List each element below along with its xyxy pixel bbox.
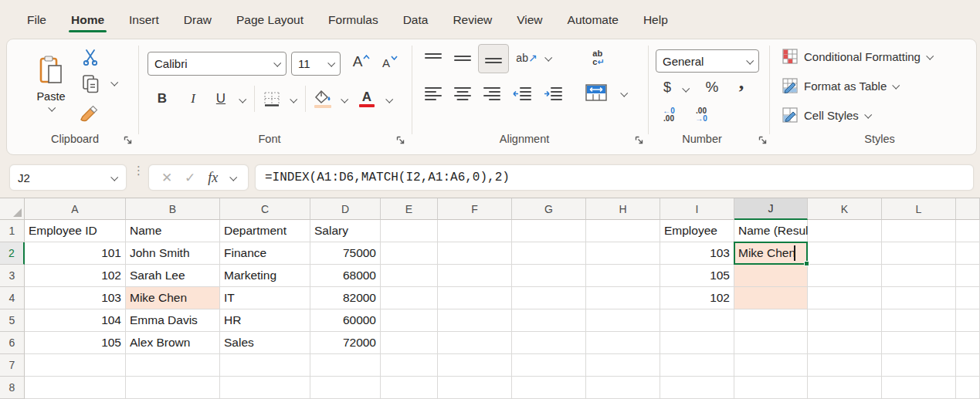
cell-F3[interactable] xyxy=(438,265,512,287)
cell-B6[interactable]: Alex Brown xyxy=(126,332,220,354)
row-header-5[interactable]: 5 xyxy=(0,309,25,332)
cell-F1[interactable] xyxy=(438,220,512,242)
merge-center-button[interactable] xyxy=(582,81,611,104)
cell-J6[interactable] xyxy=(734,332,808,354)
cell-J7[interactable] xyxy=(734,354,808,377)
cell-E5[interactable] xyxy=(381,309,438,332)
cell-D5[interactable]: 60000 xyxy=(310,309,381,332)
cell-A3[interactable]: 102 xyxy=(25,265,126,287)
cell-J4[interactable] xyxy=(734,287,808,309)
cell-H3[interactable] xyxy=(586,265,660,287)
tab-home[interactable]: Home xyxy=(61,8,114,30)
tab-formulas[interactable]: Formulas xyxy=(318,8,388,30)
cell-styles-button[interactable]: Cell Styles xyxy=(782,107,870,123)
accounting-dropdown-button[interactable] xyxy=(679,83,691,95)
font-dialog-launcher[interactable] xyxy=(395,134,406,145)
underline-button[interactable]: U xyxy=(211,87,231,110)
row-header-3[interactable]: 3 xyxy=(0,265,25,287)
cell-B7[interactable] xyxy=(126,354,220,377)
cell-A1[interactable]: Employee ID xyxy=(25,220,126,242)
cell-L2[interactable] xyxy=(882,242,956,265)
conditional-formatting-button[interactable]: Conditional Formatting xyxy=(782,49,932,64)
cell-partial-1[interactable] xyxy=(956,220,980,242)
cell-partial-4[interactable] xyxy=(956,287,980,309)
row-header-1[interactable]: 1 xyxy=(0,220,25,242)
cell-H4[interactable] xyxy=(586,287,660,309)
fill-color-button[interactable] xyxy=(311,86,334,112)
formula-bar-drag-handle[interactable]: ⋮ xyxy=(133,167,144,174)
comma-style-button[interactable]: , xyxy=(733,72,750,93)
increase-indent-button[interactable] xyxy=(540,83,566,104)
cell-L8[interactable] xyxy=(882,377,956,399)
tab-insert[interactable]: Insert xyxy=(119,8,169,30)
cell-B2[interactable]: John Smith xyxy=(126,242,220,265)
cell-C6[interactable]: Sales xyxy=(220,332,310,354)
cell-D7[interactable] xyxy=(310,354,381,377)
cell-J1[interactable]: Name (Result) xyxy=(734,220,808,242)
column-header-E[interactable]: E xyxy=(381,198,438,220)
font-color-button[interactable]: A xyxy=(356,86,378,112)
top-align-button[interactable] xyxy=(421,49,446,69)
cancel-button[interactable]: ✕ xyxy=(161,170,172,186)
cell-G7[interactable] xyxy=(512,354,586,377)
cell-H7[interactable] xyxy=(586,354,660,377)
borders-button[interactable] xyxy=(260,87,283,110)
cell-C7[interactable] xyxy=(220,354,310,377)
cell-E7[interactable] xyxy=(381,354,438,377)
cell-L5[interactable] xyxy=(882,309,956,332)
cell-partial-5[interactable] xyxy=(956,309,980,332)
format-painter-button[interactable] xyxy=(76,103,104,124)
cell-G4[interactable] xyxy=(512,287,586,309)
column-header-L[interactable]: L xyxy=(882,198,956,220)
copy-dropdown-button[interactable] xyxy=(107,76,120,89)
cell-F2[interactable] xyxy=(438,242,512,265)
column-header-C[interactable]: C xyxy=(220,198,310,220)
middle-align-button[interactable] xyxy=(450,49,475,69)
tab-data[interactable]: Data xyxy=(393,8,439,30)
cell-L1[interactable] xyxy=(882,220,956,242)
borders-dropdown-button[interactable] xyxy=(287,93,299,106)
cell-E8[interactable] xyxy=(381,377,438,399)
cell-F8[interactable] xyxy=(438,377,512,399)
cell-I8[interactable] xyxy=(660,377,734,399)
cell-E3[interactable] xyxy=(381,265,438,287)
paste-button[interactable]: Paste xyxy=(29,46,73,121)
cell-K2[interactable] xyxy=(808,242,882,265)
tab-view[interactable]: View xyxy=(507,8,552,30)
column-header-B[interactable]: B xyxy=(126,198,220,220)
cell-J8[interactable] xyxy=(734,377,808,399)
cell-J2[interactable]: Mike Chen xyxy=(734,242,808,265)
row-header-4[interactable]: 4 xyxy=(0,287,25,309)
cell-D8[interactable] xyxy=(310,377,381,399)
name-box[interactable]: J2 xyxy=(9,164,127,191)
cell-L7[interactable] xyxy=(882,354,956,377)
cell-I7[interactable] xyxy=(660,354,734,377)
cell-F6[interactable] xyxy=(438,332,512,354)
cell-B1[interactable]: Name xyxy=(126,220,220,242)
cell-partial-7[interactable] xyxy=(956,354,980,377)
cell-D6[interactable]: 72000 xyxy=(310,332,381,354)
cell-F7[interactable] xyxy=(438,354,512,377)
tab-file[interactable]: File xyxy=(17,8,56,30)
accounting-format-button[interactable]: $ xyxy=(659,76,676,98)
cell-I6[interactable] xyxy=(660,332,734,354)
cell-H1[interactable] xyxy=(586,220,660,242)
cell-E1[interactable] xyxy=(381,220,438,242)
bold-button[interactable]: B xyxy=(152,87,172,110)
font-size-select[interactable]: 11 xyxy=(291,52,341,76)
column-header-F[interactable]: F xyxy=(438,198,512,220)
cell-G1[interactable] xyxy=(512,220,586,242)
cell-J5[interactable] xyxy=(734,309,808,332)
cell-K1[interactable] xyxy=(808,220,882,242)
cell-I1[interactable]: Employee xyxy=(660,220,734,242)
cell-B4[interactable]: Mike Chen xyxy=(126,287,220,309)
cell-F5[interactable] xyxy=(438,309,512,332)
cell-D3[interactable]: 68000 xyxy=(310,265,381,287)
cell-G2[interactable] xyxy=(512,242,586,265)
cell-H6[interactable] xyxy=(586,332,660,354)
cell-K5[interactable] xyxy=(808,309,882,332)
increase-decimal-button[interactable]: ←0 .00 xyxy=(656,104,682,126)
row-header-7[interactable]: 7 xyxy=(0,354,25,377)
alignment-dialog-launcher[interactable] xyxy=(634,134,645,145)
cell-C8[interactable] xyxy=(220,377,310,399)
